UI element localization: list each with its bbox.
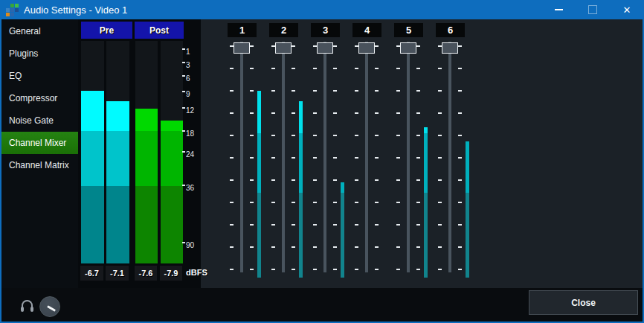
sidebar-item-channel-mixer[interactable]: Channel Mixer — [1, 132, 78, 154]
fader-tick — [292, 246, 295, 248]
fader-tick — [313, 90, 317, 92]
fader-tick — [355, 68, 358, 69]
channel-1-fader-handle[interactable] — [234, 42, 250, 54]
fader-tick — [333, 45, 337, 47]
channel-4-fader-track[interactable] — [365, 42, 368, 272]
fader-tick — [250, 135, 254, 136]
meter-scale-label-9: 9 — [182, 90, 190, 98]
fader-tick — [333, 269, 337, 270]
channel-6-fader-handle[interactable] — [442, 42, 458, 54]
meter-db-value-post-left: -7.6 — [135, 266, 157, 281]
fader-tick — [438, 179, 442, 181]
channel-2-fader-track[interactable] — [282, 42, 285, 272]
sidebar-item-eq[interactable]: EQ — [1, 65, 78, 87]
channel-1-level-meter — [257, 133, 261, 193]
meter-scale-tick — [182, 185, 185, 186]
fader-tick — [458, 90, 462, 92]
meter-scale-tick — [182, 130, 185, 132]
settings-sidebar: GeneralPluginsEQCompressorNoise GateChan… — [1, 19, 78, 288]
fader-tick — [250, 269, 254, 270]
fader-tick — [375, 45, 379, 47]
meter-scale-tick — [182, 62, 185, 63]
channel-5-fader-handle[interactable] — [400, 42, 416, 54]
channel-3-fader-handle[interactable] — [317, 42, 333, 54]
channel-2-level-meter — [299, 193, 303, 278]
fader-tick — [271, 224, 275, 226]
channel-5-level-meter — [424, 133, 428, 193]
meter-fill-post-right — [161, 131, 183, 186]
fader-tick — [333, 179, 337, 181]
sidebar-item-noise-gate[interactable]: Noise Gate — [1, 109, 78, 132]
fader-tick — [438, 45, 442, 47]
meter-fill-pre-left — [81, 131, 104, 186]
sidebar-item-channel-matrix[interactable]: Channel Matrix — [1, 154, 78, 176]
meter-scale-tick — [182, 91, 185, 92]
fader-tick — [292, 68, 295, 69]
fader-tick — [313, 45, 317, 47]
fader-tick — [375, 179, 379, 181]
fader-tick — [416, 112, 420, 114]
meter-scale-label-1: 1 — [182, 48, 190, 56]
channel-3-button[interactable]: 3 — [311, 23, 340, 37]
meter-fill-post-left — [135, 131, 158, 186]
fader-tick — [355, 246, 358, 248]
fader-tick — [396, 179, 400, 181]
fader-tick — [396, 45, 400, 47]
meter-db-value-post-right: -7.9 — [160, 266, 182, 281]
channel-5-button[interactable]: 5 — [394, 23, 423, 37]
channel-5-level-meter — [424, 127, 428, 133]
meter-db-value-pre-right: -7.1 — [106, 266, 129, 281]
channel-6-fader-track[interactable] — [448, 42, 451, 272]
headphone-volume-knob[interactable] — [39, 296, 60, 317]
meter-scale-label-12: 12 — [182, 106, 194, 115]
fader-tick — [458, 112, 462, 114]
close-window-button[interactable]: ✕ — [610, 0, 644, 19]
channel-2-fader-handle[interactable] — [275, 42, 292, 54]
fader-tick — [230, 246, 234, 248]
fader-tick — [355, 157, 358, 159]
channel-4-button[interactable]: 4 — [352, 23, 381, 37]
fader-tick — [250, 45, 254, 47]
fader-tick — [313, 246, 317, 248]
fader-tick — [230, 135, 234, 136]
fader-tick — [375, 68, 379, 69]
meter-scale-label-3: 3 — [182, 61, 190, 69]
maximize-button[interactable] — [576, 0, 610, 19]
fader-tick — [458, 269, 462, 270]
meter-fill-post-right — [161, 186, 183, 263]
sidebar-item-plugins[interactable]: Plugins — [1, 42, 78, 65]
meter-scale-label-24: 24 — [182, 150, 194, 159]
fader-tick — [458, 45, 462, 47]
fader-tick — [375, 135, 379, 136]
sidebar-item-general[interactable]: General — [1, 20, 78, 42]
channel-3-fader-track[interactable] — [323, 42, 326, 272]
fader-tick — [333, 246, 337, 248]
meter-fill-pre-left — [81, 186, 104, 263]
fader-tick — [313, 135, 317, 136]
fader-tick — [333, 135, 337, 136]
channel-5-fader-track[interactable] — [407, 42, 410, 272]
channel-4-fader-handle[interactable] — [358, 42, 375, 54]
channel-1-fader-track[interactable] — [240, 42, 243, 272]
minimize-button[interactable] — [541, 0, 576, 19]
sidebar-item-compressor[interactable]: Compressor — [1, 87, 78, 109]
channel-6-level-meter — [466, 141, 469, 193]
fader-tick — [250, 179, 254, 181]
fader-tick — [333, 202, 337, 203]
meter-scale-tick — [182, 48, 185, 50]
fader-tick — [375, 246, 379, 248]
meter-fill-pre-left — [81, 91, 104, 131]
channel-2-level-meter — [299, 101, 303, 133]
close-button[interactable]: Close — [529, 290, 638, 315]
fader-tick — [375, 269, 379, 270]
fader-tick — [416, 269, 420, 270]
fader-tick — [438, 157, 442, 159]
fader-tick — [438, 68, 442, 69]
fader-tick — [250, 68, 254, 69]
channel-1-button[interactable]: 1 — [228, 23, 257, 37]
fader-tick — [230, 202, 234, 203]
fader-tick — [458, 157, 462, 159]
channel-2-button[interactable]: 2 — [269, 23, 298, 37]
channel-6-button[interactable]: 6 — [436, 23, 465, 37]
fader-tick — [438, 224, 442, 226]
